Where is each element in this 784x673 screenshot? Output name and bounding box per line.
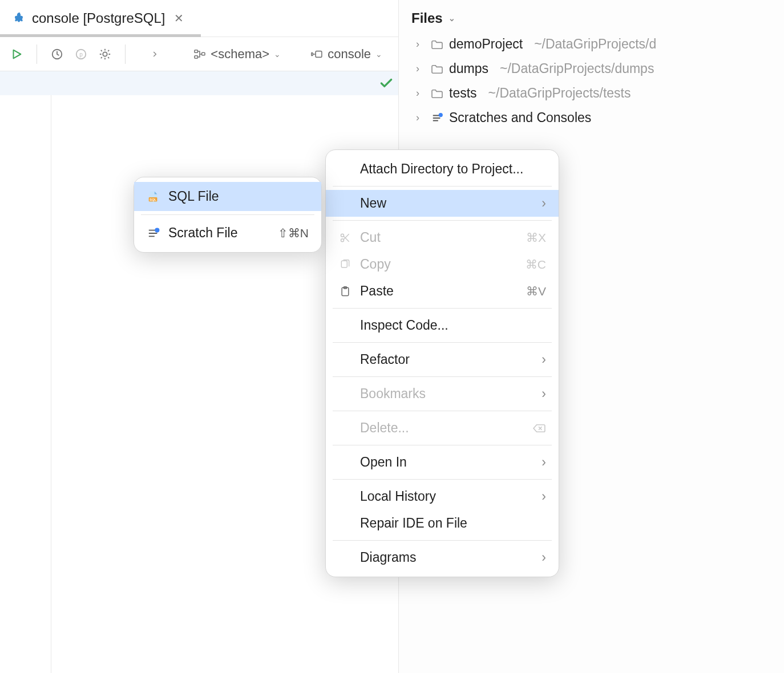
menu-separator: [333, 342, 552, 343]
menu-item-local-history[interactable]: Local History ›: [326, 483, 559, 510]
menu-item-inspect-code[interactable]: Inspect Code...: [326, 312, 559, 339]
menu-item-attach-directory[interactable]: Attach Directory to Project...: [326, 156, 559, 183]
svg-text:p: p: [79, 51, 83, 57]
menu-item-label: Cut: [360, 230, 518, 245]
close-tab-icon[interactable]: ✕: [174, 11, 184, 25]
current-line-highlight: [0, 71, 398, 95]
files-title: Files: [411, 10, 443, 26]
svg-point-7: [439, 113, 443, 117]
tree-item[interactable]: › dumps ~/DataGripProjects/dumps: [416, 61, 784, 76]
submenu-arrow-icon: ›: [541, 489, 546, 504]
submenu-item-label: Scratch File: [168, 225, 270, 241]
context-menu: Attach Directory to Project... New › Cut…: [325, 149, 559, 577]
svg-rect-6: [316, 51, 322, 57]
tree-item-name: demoProject: [449, 37, 523, 52]
tree-item[interactable]: › tests ~/DataGripProjects/tests: [416, 86, 784, 101]
history-icon[interactable]: [51, 46, 63, 62]
files-tree: › demoProject ~/DataGripProjects/d › dum…: [411, 37, 784, 125]
scissors-icon: [338, 232, 352, 244]
menu-item-repair-ide[interactable]: Repair IDE on File: [326, 510, 559, 537]
menu-item-label: Diagrams: [360, 550, 534, 565]
delete-key-icon: [532, 423, 546, 433]
menu-item-shortcut: ⌘C: [526, 258, 546, 271]
menu-item-new[interactable]: New ›: [326, 190, 559, 217]
submenu-arrow-icon: ›: [541, 196, 546, 211]
target-selector[interactable]: console ⌄: [309, 47, 382, 62]
menu-separator: [333, 186, 552, 187]
menu-separator: [333, 308, 552, 309]
scratch-file-icon: [147, 228, 160, 239]
submenu-item-label: SQL File: [168, 189, 309, 204]
clipboard-icon: [338, 286, 352, 297]
menu-item-label: Inspect Code...: [360, 318, 546, 333]
svg-rect-5: [202, 52, 205, 55]
svg-point-15: [155, 228, 159, 232]
editor-toolbar: p <schema> ⌄ console ⌄: [0, 37, 398, 71]
submenu-item-scratch-file[interactable]: Scratch File ⇧⌘N: [134, 218, 321, 248]
submenu-arrow-icon: ›: [541, 455, 546, 470]
settings-icon[interactable]: [99, 46, 111, 62]
run-icon[interactable]: [10, 46, 23, 62]
toolbar-separator: [125, 44, 126, 64]
tree-item-path: ~/DataGripProjects/d: [534, 37, 656, 52]
menu-separator: [333, 479, 552, 480]
chevron-right-icon: ›: [416, 38, 425, 50]
copy-icon: [338, 259, 352, 270]
menu-item-copy: Copy ⌘C: [326, 251, 559, 278]
menu-item-shortcut: ⌘X: [526, 231, 546, 245]
svg-text:SQL: SQL: [149, 197, 157, 201]
menu-item-delete: Delete...: [326, 415, 559, 441]
menu-item-paste[interactable]: Paste ⌘V: [326, 278, 559, 305]
menu-item-open-in[interactable]: Open In ›: [326, 449, 559, 476]
chevron-right-icon: ›: [416, 63, 425, 75]
menu-item-label: Repair IDE on File: [360, 516, 546, 531]
submenu-arrow-icon: ›: [541, 352, 546, 367]
editor-tab[interactable]: console [PostgreSQL] ✕: [0, 0, 195, 37]
tree-item-path: ~/DataGripProjects/dumps: [500, 61, 654, 76]
sql-file-icon: SQL: [147, 190, 160, 203]
chevron-right-icon: ›: [416, 87, 425, 99]
folder-icon: [431, 64, 443, 74]
menu-separator: [333, 411, 552, 411]
submenu-item-sql-file[interactable]: SQL SQL File: [134, 182, 321, 211]
tree-item[interactable]: › Scratches and Consoles: [416, 110, 784, 125]
folder-icon: [431, 39, 443, 50]
menu-separator: [333, 376, 552, 377]
chevron-right-icon: ›: [416, 112, 425, 124]
new-submenu: SQL SQL File Scratch File ⇧⌘N: [134, 177, 322, 253]
menu-item-label: New: [360, 196, 534, 211]
menu-item-label: Refactor: [360, 352, 534, 367]
menu-separator: [333, 220, 552, 221]
menu-item-refactor[interactable]: Refactor ›: [326, 346, 559, 373]
menu-item-label: Attach Directory to Project...: [360, 161, 546, 177]
menu-item-shortcut: ⌘V: [526, 285, 546, 298]
submenu-arrow-icon: ›: [541, 386, 546, 402]
menu-item-label: Bookmarks: [360, 386, 534, 402]
menu-item-cut: Cut ⌘X: [326, 224, 559, 251]
schema-label: <schema>: [211, 47, 269, 62]
breadcrumb-chevron-icon[interactable]: [150, 46, 159, 62]
svg-rect-10: [341, 261, 347, 267]
inspections-ok-icon[interactable]: [379, 76, 394, 91]
menu-item-label: Open In: [360, 455, 534, 470]
menu-item-label: Copy: [360, 257, 518, 272]
gutter: 1: [0, 71, 51, 673]
chevron-down-icon: ⌄: [375, 50, 382, 59]
playground-icon[interactable]: p: [75, 46, 87, 62]
menu-item-label: Delete...: [360, 420, 524, 436]
menu-separator: [333, 540, 552, 541]
tree-item[interactable]: › demoProject ~/DataGripProjects/d: [416, 37, 784, 52]
schema-selector[interactable]: <schema> ⌄: [193, 47, 281, 62]
submenu-arrow-icon: ›: [541, 550, 546, 565]
target-label: console: [328, 47, 371, 62]
tree-item-path: ~/DataGripProjects/tests: [488, 86, 631, 101]
svg-rect-4: [195, 55, 197, 58]
files-header[interactable]: Files ⌄: [411, 10, 784, 26]
chevron-down-icon: ⌄: [274, 50, 281, 59]
menu-separator: [333, 445, 552, 445]
folder-icon: [431, 88, 443, 99]
menu-item-bookmarks: Bookmarks ›: [326, 380, 559, 407]
tree-item-name: dumps: [449, 61, 488, 76]
menu-item-label: Paste: [360, 283, 518, 299]
menu-item-diagrams[interactable]: Diagrams ›: [326, 544, 559, 571]
